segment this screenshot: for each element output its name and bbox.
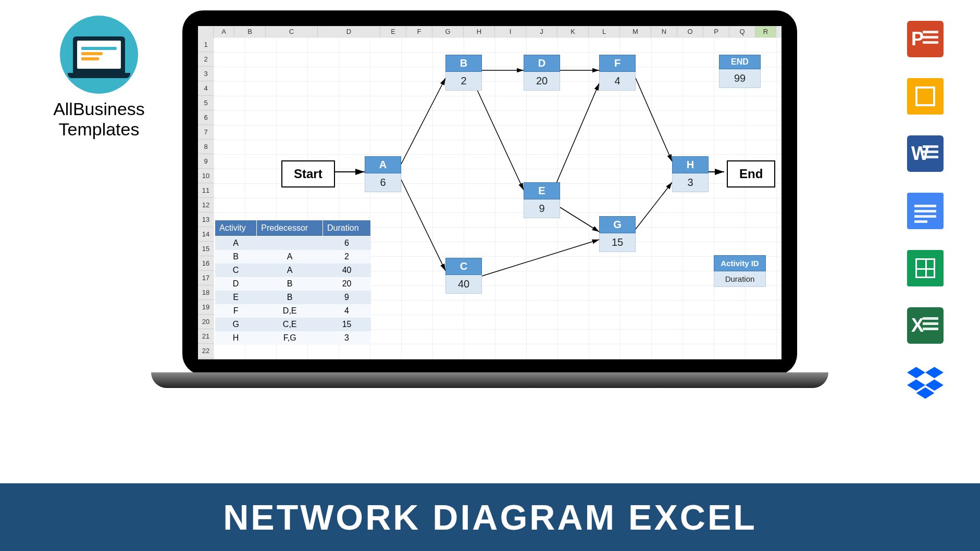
- node-g: G15: [599, 216, 636, 252]
- node-f: F4: [599, 55, 636, 91]
- google-slides-icon: [907, 78, 944, 115]
- table-row: DB20: [215, 277, 371, 291]
- laptop-base: [151, 372, 828, 388]
- table-row: A6: [215, 236, 371, 251]
- table-row: FD,E4: [215, 304, 371, 318]
- brand-name: AllBusinessTemplates: [31, 99, 167, 140]
- table-row: CA40: [215, 264, 371, 277]
- th-activity: Activity: [215, 220, 257, 236]
- th-predecessor: Predecessor: [257, 220, 323, 236]
- legend-node: Activity IDDuration: [714, 255, 766, 287]
- word-icon: W: [907, 135, 944, 172]
- end-node: End: [727, 160, 775, 187]
- title-banner: NETWORK DIAGRAM EXCEL: [0, 483, 980, 551]
- node-a: A6: [365, 156, 401, 192]
- google-sheets-icon: [907, 250, 944, 286]
- brand-logo: AllBusinessTemplates: [31, 16, 167, 140]
- table-row: BA2: [215, 250, 371, 264]
- activity-table: Activity Predecessor Duration A6 BA2 CA4…: [215, 220, 371, 345]
- node-c: C40: [445, 258, 482, 294]
- table-row: EB9: [215, 291, 371, 304]
- end-summary-node: END99: [719, 55, 761, 88]
- node-b: B2: [445, 55, 482, 91]
- row-headers: 123 456 789 101112 131415 161718 192021 …: [198, 37, 214, 359]
- brand-logo-icon: [60, 16, 138, 94]
- excel-screen: A B C D E F G H I J K L M N O P Q R 123: [198, 26, 781, 359]
- table-row: GC,E15: [215, 318, 371, 331]
- column-headers: A B C D E F G H I J K L M N O P Q R: [198, 26, 781, 37]
- app-icons-column: P W X: [907, 21, 949, 422]
- node-e: E9: [524, 182, 560, 218]
- excel-icon: X: [907, 307, 944, 344]
- table-row: HF,G3: [215, 331, 371, 345]
- laptop-mockup: A B C D E F G H I J K L M N O P Q R 123: [182, 10, 797, 396]
- node-d: D20: [524, 55, 560, 91]
- svg-marker-13: [925, 367, 944, 378]
- node-h: H3: [672, 156, 709, 192]
- th-duration: Duration: [323, 220, 371, 236]
- dropbox-icon: [907, 365, 944, 401]
- start-node: Start: [281, 160, 335, 187]
- google-docs-icon: [907, 193, 944, 229]
- powerpoint-icon: P: [907, 21, 944, 57]
- svg-marker-12: [907, 367, 925, 378]
